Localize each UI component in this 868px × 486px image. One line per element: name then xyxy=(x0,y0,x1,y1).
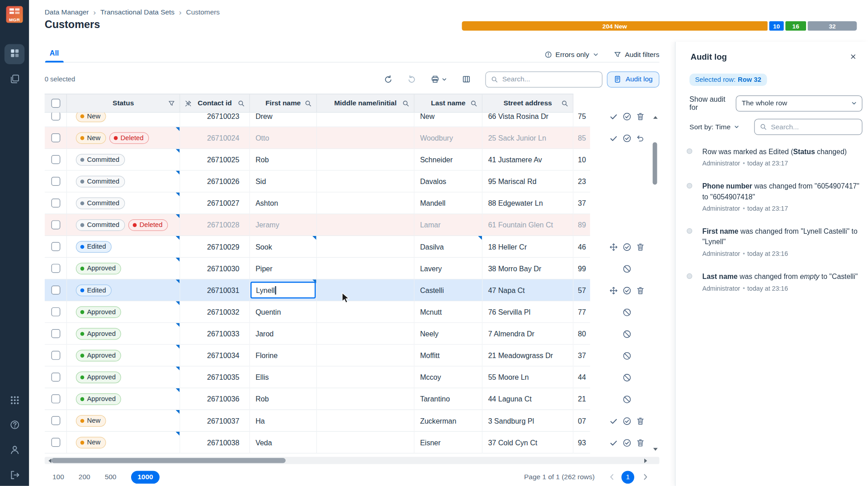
search-icon[interactable] xyxy=(561,99,568,107)
sidebar-item-datasets[interactable] xyxy=(5,44,24,64)
row-select-cell[interactable] xyxy=(45,127,67,149)
row-select-cell[interactable] xyxy=(45,214,67,236)
table-horizontal-scrollbar[interactable] xyxy=(45,457,660,464)
row-select-cell[interactable] xyxy=(45,113,67,127)
next-page-icon[interactable] xyxy=(642,473,649,481)
column-header-contact-id[interactable]: Contact id xyxy=(180,94,250,113)
row-select-cell[interactable] xyxy=(45,171,67,193)
revoke-action-icon[interactable] xyxy=(623,307,632,316)
page-size-option[interactable]: 200 xyxy=(79,473,90,481)
column-header-middle-name[interactable]: Middle name/initial xyxy=(317,94,415,113)
errors-only-toggle[interactable]: Errors only xyxy=(544,51,599,58)
revoke-action-icon[interactable] xyxy=(623,395,632,404)
show-audit-for-select[interactable]: The whole row xyxy=(736,95,862,111)
undo-icon[interactable] xyxy=(384,75,393,84)
row-checkbox[interactable] xyxy=(51,438,60,447)
row-checkbox[interactable] xyxy=(51,416,60,425)
table-row[interactable]: Edited26710029SookDasilva18 Heller Cr46 xyxy=(45,236,660,258)
table-row[interactable]: Approved26710035EllisMccoy55 Moore Ln44 xyxy=(45,367,660,388)
table-row[interactable]: Committed26710026SidDavalos95 Mariscal R… xyxy=(45,171,660,193)
row-select-cell[interactable] xyxy=(45,149,67,170)
row-checkbox[interactable] xyxy=(51,351,60,360)
table-row[interactable]: Approved26710030PiperLavery38 Morro Bay … xyxy=(45,258,660,279)
page-size-option-active[interactable]: 1000 xyxy=(131,471,160,483)
approve-action-icon[interactable] xyxy=(623,134,632,143)
column-header-first-name[interactable]: First name xyxy=(250,94,317,113)
check-action-icon[interactable] xyxy=(609,113,618,121)
row-select-cell[interactable] xyxy=(45,301,67,323)
page-size-option[interactable]: 500 xyxy=(105,473,117,481)
current-page-button[interactable]: 1 xyxy=(622,471,634,483)
search-icon[interactable] xyxy=(470,99,477,107)
table-row[interactable]: New26710037HaZuckerman3 Sandburg Pl07 xyxy=(45,410,660,432)
scroll-right-arrow[interactable] xyxy=(642,457,649,464)
sidebar-item-profile[interactable] xyxy=(8,444,21,458)
row-select-cell[interactable] xyxy=(45,193,67,214)
table-row[interactable]: NewDeleted26710024OttoWoodbury25 Sack Ju… xyxy=(45,127,660,149)
row-checkbox[interactable] xyxy=(51,133,60,142)
close-icon[interactable] xyxy=(846,49,860,64)
column-header-last-name[interactable]: Last name xyxy=(415,94,483,113)
row-select-cell[interactable] xyxy=(45,279,67,301)
audit-search-input[interactable] xyxy=(771,123,857,131)
column-settings-icon[interactable] xyxy=(462,75,471,84)
row-select-cell[interactable] xyxy=(45,345,67,367)
row-checkbox[interactable] xyxy=(51,329,60,338)
table-row[interactable]: Edited26710031LynellCastelli47 Napa Ct57 xyxy=(45,279,660,301)
row-checkbox[interactable] xyxy=(51,286,60,295)
sidebar-item-logout[interactable] xyxy=(8,469,21,483)
search-icon[interactable] xyxy=(238,99,245,107)
check-action-icon[interactable] xyxy=(609,438,618,447)
table-row[interactable]: Approved26710033JarodNeely7 Almendra Dr8… xyxy=(45,323,660,344)
trash-action-icon[interactable] xyxy=(636,416,645,425)
trash-action-icon[interactable] xyxy=(636,286,645,295)
trash-action-icon[interactable] xyxy=(636,438,645,447)
audit-log-button[interactable]: Audit log xyxy=(607,71,660,87)
row-select-cell[interactable] xyxy=(45,388,67,410)
row-select-cell[interactable] xyxy=(45,432,67,453)
export-button[interactable] xyxy=(431,75,448,84)
row-checkbox[interactable] xyxy=(51,264,60,273)
row-checkbox[interactable] xyxy=(51,155,60,164)
table-search[interactable] xyxy=(486,71,603,87)
move-action-icon[interactable] xyxy=(609,286,618,295)
vertical-scroll-thumb[interactable] xyxy=(653,142,657,185)
row-select-cell[interactable] xyxy=(45,258,67,279)
scroll-down-arrow[interactable] xyxy=(651,446,659,453)
sidebar-item-copies[interactable] xyxy=(8,73,21,87)
row-checkbox[interactable] xyxy=(51,177,60,186)
approve-action-icon[interactable] xyxy=(623,438,632,447)
table-row[interactable]: Approved26710034FlorineMoffitt21 Meadowg… xyxy=(45,345,660,367)
audit-filters-button[interactable]: Audit filters xyxy=(613,51,659,58)
approve-action-icon[interactable] xyxy=(623,242,632,251)
table-row[interactable]: Approved26710036RobTarantino44 Laguna Ct… xyxy=(45,388,660,410)
revoke-action-icon[interactable] xyxy=(623,264,632,273)
page-size-option[interactable]: 100 xyxy=(52,473,64,481)
revoke-action-icon[interactable] xyxy=(623,351,632,360)
horizontal-scroll-thumb[interactable] xyxy=(52,458,286,463)
search-icon[interactable] xyxy=(402,99,410,107)
table-row[interactable]: Committed26710025RobSchneider41 Justamer… xyxy=(45,149,660,170)
trash-action-icon[interactable] xyxy=(636,242,645,251)
breadcrumb-item[interactable]: Transactional Data Sets xyxy=(100,9,175,16)
select-all-checkbox[interactable] xyxy=(51,99,60,108)
app-logo[interactable]: MGR xyxy=(6,6,23,23)
row-checkbox[interactable] xyxy=(51,113,60,120)
select-all-header[interactable] xyxy=(45,94,67,113)
table-row[interactable]: New26710038VedaEisner37 Cold Cyn Ct93 xyxy=(45,432,660,453)
table-row[interactable]: Committed26710027AshtonMandell88 Edgewat… xyxy=(45,193,660,214)
search-input[interactable] xyxy=(502,75,597,83)
table-vertical-scrollbar[interactable] xyxy=(651,113,659,454)
row-checkbox[interactable] xyxy=(51,242,60,251)
row-checkbox[interactable] xyxy=(51,394,60,403)
previous-page-icon[interactable] xyxy=(608,473,616,481)
table-row[interactable]: CommittedDeleted26710028JeramyLamar61 Fo… xyxy=(45,214,660,236)
check-action-icon[interactable] xyxy=(609,416,618,425)
search-icon[interactable] xyxy=(305,99,312,107)
row-select-cell[interactable] xyxy=(45,323,67,344)
sidebar-item-apps[interactable] xyxy=(8,394,21,408)
redo-icon[interactable] xyxy=(407,75,416,84)
row-checkbox[interactable] xyxy=(51,220,60,229)
restore-action-icon[interactable] xyxy=(636,134,645,143)
row-checkbox[interactable] xyxy=(51,307,60,316)
